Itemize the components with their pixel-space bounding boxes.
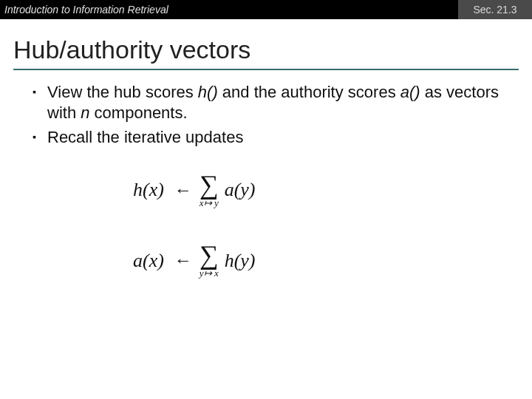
sum-subscript: x↦ y bbox=[200, 198, 219, 208]
bullet-item: ▪ View the hub scores h() and the author… bbox=[33, 82, 502, 123]
slide-title: Hub/authority vectors bbox=[0, 19, 532, 69]
sigma-icon: ∑ bbox=[200, 173, 219, 197]
course-title: Introduction to Information Retrieval bbox=[0, 0, 458, 19]
header-bar: Introduction to Information Retrieval Se… bbox=[0, 0, 532, 19]
sigma-icon: ∑ bbox=[200, 243, 219, 267]
bullet-text: View the hub scores h() and the authorit… bbox=[47, 82, 502, 123]
sum-subscript: y↦ x bbox=[200, 268, 219, 278]
eq-lhs: h(x) bbox=[133, 179, 164, 201]
left-arrow-icon: ← bbox=[174, 250, 192, 270]
bullet-item: ▪ Recall the iterative updates bbox=[33, 127, 502, 148]
summation: ∑ y↦ x bbox=[200, 243, 219, 278]
bullet-marker-icon: ▪ bbox=[33, 82, 47, 123]
eq-rhs: a(y) bbox=[225, 179, 256, 201]
equations-block: h(x) ← ∑ x↦ y a(y) a(x) ← ∑ y↦ x h(y) bbox=[0, 152, 532, 279]
summation: ∑ x↦ y bbox=[200, 173, 219, 208]
section-label: Sec. 21.3 bbox=[458, 0, 532, 19]
bullet-list: ▪ View the hub scores h() and the author… bbox=[0, 70, 532, 148]
bullet-text: Recall the iterative updates bbox=[47, 127, 502, 148]
equation-authority: a(x) ← ∑ y↦ x h(y) bbox=[133, 243, 256, 278]
left-arrow-icon: ← bbox=[174, 180, 192, 200]
equation-hub: h(x) ← ∑ x↦ y a(y) bbox=[133, 173, 256, 208]
eq-lhs: a(x) bbox=[133, 250, 164, 272]
bullet-marker-icon: ▪ bbox=[33, 127, 47, 148]
eq-rhs: h(y) bbox=[225, 250, 256, 272]
